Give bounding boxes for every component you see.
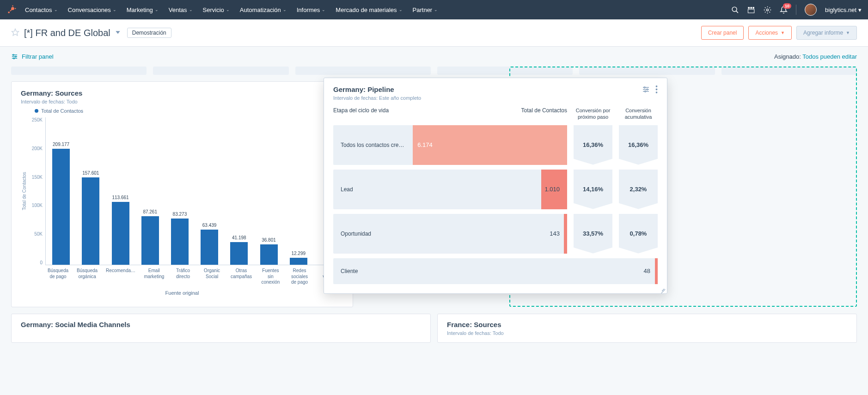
placeholder-card xyxy=(579,67,715,75)
bar[interactable]: 87.261 xyxy=(140,209,161,265)
dashboard-switcher-chevron-icon[interactable] xyxy=(114,29,122,37)
stage-value: 6.174 xyxy=(417,141,433,148)
svg-marker-13 xyxy=(116,31,120,34)
placeholder-card xyxy=(153,67,288,75)
svg-point-26 xyxy=(656,85,658,87)
x-tick-label: Tráfico directo xyxy=(173,268,194,286)
bar-value-label: 157.601 xyxy=(82,170,99,176)
svg-point-5 xyxy=(732,7,737,12)
chevron-down-icon: ⌄ xyxy=(189,7,193,12)
bar[interactable]: 12.299 xyxy=(288,251,309,265)
chevron-down-icon: ⌄ xyxy=(113,7,116,12)
stage-value: 143 xyxy=(550,230,560,237)
bar-value-label: 36.801 xyxy=(262,237,276,243)
avatar[interactable] xyxy=(805,4,817,16)
filter-panel-link[interactable]: Filtrar panel xyxy=(11,53,54,60)
card-subtitle: Intervalo de fechas: Todo xyxy=(21,99,343,104)
card-filters-icon[interactable] xyxy=(642,85,650,95)
filter-bar: Filtrar panel Asignado: Todos pueden edi… xyxy=(0,47,868,67)
bar[interactable]: 209.177 xyxy=(50,142,72,265)
bar[interactable]: 83.273 xyxy=(169,212,190,265)
nav-item[interactable]: Conversaciones⌄ xyxy=(68,6,116,13)
nav-items: Contactos⌄Conversaciones⌄Marketing⌄Venta… xyxy=(25,6,731,13)
chevron-down-icon: ⌄ xyxy=(155,7,159,12)
bar-chart-plot: 209.177157.601113.66187.26183.27363.4394… xyxy=(45,117,343,265)
conv-cum-value: 2,32% xyxy=(619,170,658,209)
france-sources-card: France: Sources Intervalo de fechas: Tod… xyxy=(437,314,857,343)
stage-label: Todos los contactos crea… xyxy=(341,142,405,148)
actions-button[interactable]: Acciones▼ xyxy=(748,26,792,40)
hubspot-logo-icon[interactable] xyxy=(6,5,17,15)
stage-value: 48 xyxy=(644,267,650,274)
svg-rect-9 xyxy=(752,7,754,9)
nav-item[interactable]: Ventas⌄ xyxy=(169,6,193,13)
svg-point-4 xyxy=(15,8,16,9)
chevron-down-icon: ▼ xyxy=(781,30,785,35)
stage-label: Lead xyxy=(341,186,353,193)
marketplace-icon[interactable] xyxy=(747,6,755,14)
chevron-down-icon: ▼ xyxy=(846,30,850,35)
card-title: Germany: Sources xyxy=(21,89,343,97)
y-axis-ticks: 250K200K150K100K50K0 xyxy=(28,117,45,265)
svg-point-17 xyxy=(13,55,14,56)
sliders-icon xyxy=(11,53,18,60)
assigned-value-link[interactable]: Todos pueden editar xyxy=(802,53,857,60)
card-menu-kebab-icon[interactable] xyxy=(655,85,658,95)
col-total-header: Total de Contactos xyxy=(521,107,567,121)
pipeline-card[interactable]: Germany: Pipeline Intervalo de fechas: E… xyxy=(324,78,667,294)
bar-value-label: 87.261 xyxy=(143,209,157,214)
svg-point-11 xyxy=(766,9,768,11)
bar[interactable]: 63.439 xyxy=(199,223,220,265)
resize-handle[interactable] xyxy=(660,286,666,292)
bar[interactable]: 36.801 xyxy=(258,237,279,265)
chevron-down-icon: ⌄ xyxy=(434,7,438,12)
stage-label: Cliente xyxy=(341,268,358,274)
svg-line-6 xyxy=(736,11,738,12)
nav-item[interactable]: Automatización⌄ xyxy=(240,6,287,13)
bar-value-label: 12.299 xyxy=(291,251,306,256)
stage-label: Oportunidad xyxy=(341,231,371,237)
add-report-button[interactable]: Agregar informe▼ xyxy=(796,26,857,40)
favorite-star-icon[interactable] xyxy=(11,28,19,38)
svg-point-3 xyxy=(12,6,13,6)
placeholder-card xyxy=(11,67,147,75)
svg-point-19 xyxy=(13,58,15,59)
svg-marker-12 xyxy=(12,29,19,35)
search-icon[interactable] xyxy=(731,6,739,14)
svg-rect-10 xyxy=(748,9,754,13)
x-tick-label: Organic Social xyxy=(202,268,222,286)
settings-gear-icon[interactable] xyxy=(764,6,771,14)
chevron-down-icon: ⌄ xyxy=(54,7,58,12)
bar[interactable]: 113.661 xyxy=(110,195,131,265)
nav-item[interactable]: Mercado de materiales⌄ xyxy=(336,6,402,13)
nav-item[interactable]: Marketing⌄ xyxy=(127,6,159,13)
stage-value: 1.010 xyxy=(544,186,560,193)
svg-point-24 xyxy=(647,89,648,90)
nav-item[interactable]: Servicio⌄ xyxy=(203,6,230,13)
bar[interactable]: 41.198 xyxy=(228,235,250,265)
nav-divider xyxy=(796,5,796,15)
x-tick-label: Búsqueda orgánica xyxy=(77,268,98,286)
nav-item[interactable]: Contactos⌄ xyxy=(25,6,58,13)
svg-point-23 xyxy=(644,87,645,88)
bar[interactable]: 157.601 xyxy=(80,170,101,265)
conv-cum-value: 16,36% xyxy=(619,125,658,165)
card-subtitle: Intervalo de fechas: Todo xyxy=(447,330,847,336)
card-title: Germany: Pipeline xyxy=(333,85,642,93)
svg-point-18 xyxy=(15,56,17,57)
bar-value-label: 209.177 xyxy=(53,142,69,147)
create-panel-button[interactable]: Crear panel xyxy=(701,26,744,40)
notifications-bell-icon[interactable]: 10 xyxy=(780,6,788,14)
account-switcher[interactable]: biglytics.net ▾ xyxy=(825,6,862,13)
placeholder-card xyxy=(437,67,573,75)
bar-value-label: 83.273 xyxy=(173,212,187,217)
page-header: [*] FR and DE Global Demostración Crear … xyxy=(0,19,868,47)
placeholder-card xyxy=(295,67,431,75)
nav-item[interactable]: Informes⌄ xyxy=(297,6,326,13)
demo-chip: Demostración xyxy=(127,28,171,38)
nav-item[interactable]: Partner⌄ xyxy=(413,6,438,13)
bar-value-label: 113.661 xyxy=(112,195,128,200)
chevron-down-icon: ▾ xyxy=(858,6,862,13)
conv-next-value: 33,57% xyxy=(574,214,612,254)
card-subtitle: Intervalo de fechas: Este año completo xyxy=(333,95,642,101)
